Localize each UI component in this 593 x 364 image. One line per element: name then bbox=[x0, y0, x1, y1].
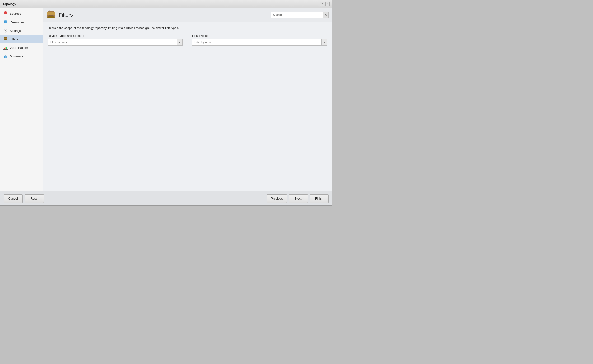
cancel-button[interactable]: Cancel bbox=[4, 194, 23, 203]
sidebar-label-summary: Summary bbox=[10, 55, 23, 58]
title-bar-controls: ? ✕ bbox=[320, 2, 330, 6]
sidebar-label-settings: Settings bbox=[10, 29, 21, 32]
sidebar-label-resources: Resources bbox=[10, 20, 25, 24]
search-close-button[interactable]: ✕ bbox=[323, 12, 329, 18]
previous-button[interactable]: Previous bbox=[267, 194, 287, 203]
title-bar: Topology ? ✕ bbox=[0, 0, 332, 8]
device-types-label: Device Types and Groups: bbox=[48, 34, 183, 38]
panel-title: Filters bbox=[59, 12, 73, 18]
svg-point-9 bbox=[4, 39, 7, 40]
link-types-arrow[interactable]: ▼ bbox=[321, 39, 327, 45]
panel-title-area: Filters bbox=[46, 10, 73, 20]
right-panel: Filters ✕ Reduce the scope of the topolo… bbox=[43, 8, 332, 191]
window-title: Topology bbox=[3, 2, 16, 6]
sources-icon bbox=[3, 11, 8, 16]
reset-button[interactable]: Reset bbox=[25, 194, 44, 203]
finish-button[interactable]: Finish bbox=[310, 194, 329, 203]
sidebar-label-sources: Sources bbox=[10, 12, 21, 15]
filter-row: Device Types and Groups: ▼ Link Types: ▼ bbox=[48, 34, 327, 46]
svg-point-19 bbox=[47, 16, 55, 18]
main-content: Sources Resources bbox=[0, 8, 332, 191]
help-button[interactable]: ? bbox=[320, 2, 324, 6]
device-types-arrow[interactable]: ▼ bbox=[177, 39, 182, 45]
svg-rect-16 bbox=[6, 56, 7, 58]
link-types-dropdown[interactable]: ▼ bbox=[192, 39, 327, 46]
search-bar: ✕ bbox=[271, 12, 329, 18]
device-types-dropdown[interactable]: ▼ bbox=[48, 39, 183, 46]
bottom-bar: Cancel Reset Previous Next Finish bbox=[0, 191, 332, 206]
sidebar-label-filters: Filters bbox=[10, 38, 18, 41]
device-types-group: Device Types and Groups: ▼ bbox=[48, 34, 183, 46]
sidebar-item-summary[interactable]: Summary bbox=[0, 52, 43, 60]
link-types-label: Link Types: bbox=[192, 34, 327, 38]
topology-window: Topology ? ✕ Sources bbox=[0, 0, 332, 206]
close-button[interactable]: ✕ bbox=[325, 2, 330, 6]
title-bar-left: Topology bbox=[3, 2, 16, 6]
svg-rect-12 bbox=[6, 46, 7, 49]
bottom-right-buttons: Previous Next Finish bbox=[267, 194, 329, 203]
bottom-left-buttons: Cancel Reset bbox=[4, 194, 44, 203]
panel-body: Reduce the scope of the topology report … bbox=[43, 22, 332, 191]
resources-icon bbox=[3, 20, 8, 25]
svg-rect-13 bbox=[3, 49, 8, 50]
sidebar-item-filters[interactable]: Filters bbox=[0, 35, 43, 43]
next-button[interactable]: Next bbox=[289, 194, 308, 203]
visualizations-icon bbox=[3, 45, 8, 50]
settings-icon bbox=[3, 28, 8, 33]
svg-rect-10 bbox=[4, 48, 5, 49]
summary-icon bbox=[3, 54, 8, 58]
sidebar-item-sources[interactable]: Sources bbox=[0, 9, 43, 18]
panel-header: Filters ✕ bbox=[43, 8, 332, 22]
svg-rect-0 bbox=[4, 12, 7, 13]
svg-rect-1 bbox=[4, 13, 7, 13]
sidebar-item-visualizations[interactable]: Visualizations bbox=[0, 43, 43, 52]
svg-rect-6 bbox=[5, 21, 7, 23]
search-input[interactable] bbox=[271, 12, 323, 18]
sidebar-item-settings[interactable]: Settings bbox=[0, 26, 43, 35]
svg-point-7 bbox=[5, 30, 6, 31]
svg-rect-11 bbox=[5, 47, 6, 49]
sidebar-item-resources[interactable]: Resources bbox=[0, 18, 43, 26]
svg-rect-15 bbox=[5, 55, 6, 58]
svg-rect-14 bbox=[4, 57, 5, 58]
panel-icon bbox=[46, 10, 56, 20]
link-types-input[interactable] bbox=[192, 39, 321, 45]
filters-icon bbox=[3, 37, 8, 41]
svg-rect-2 bbox=[4, 14, 7, 14]
device-types-input[interactable] bbox=[48, 39, 177, 45]
description-text: Reduce the scope of the topology report … bbox=[48, 26, 327, 30]
link-types-group: Link Types: ▼ bbox=[192, 34, 327, 46]
sidebar: Sources Resources bbox=[0, 8, 43, 191]
sidebar-label-visualizations: Visualizations bbox=[10, 46, 28, 50]
